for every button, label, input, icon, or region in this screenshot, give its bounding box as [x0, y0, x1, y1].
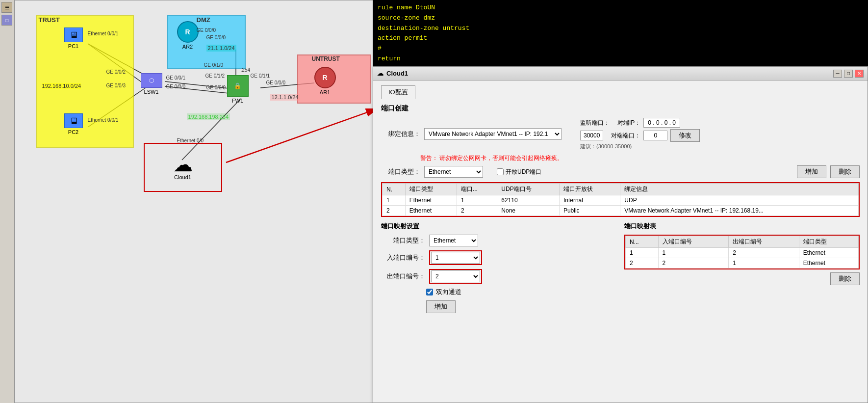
delete-mapping-row: 删除: [624, 272, 860, 285]
trust-zone: [36, 15, 134, 148]
ar1-node[interactable]: R AR1: [314, 67, 336, 95]
out-port-container: 2: [429, 269, 482, 284]
mcol-in: 入端口编号: [658, 236, 729, 248]
sidebar-icon-2[interactable]: □: [1, 15, 12, 26]
mrow2-in: 2: [658, 258, 729, 269]
svg-line-8: [226, 108, 378, 162]
terminal-line-4: action permit: [378, 33, 863, 44]
dmz-label: DMZ: [197, 16, 210, 24]
mapping-settings: 端口映射设置 端口类型： Ethernet 入端口编号：: [381, 222, 616, 313]
cloud1-label: Cloud1: [174, 174, 191, 180]
ge000-label: GE 0/0/0: [166, 84, 185, 89]
mapping-row[interactable]: 1 1 2 Ethernet: [626, 248, 859, 258]
monitor-section: 监听端口： 对端IP： 0 . 0 . 0 . 0 30000 对端端口： 0 …: [580, 118, 700, 150]
minimize-button[interactable]: ─: [833, 70, 842, 78]
ar1-label: AR1: [320, 89, 330, 95]
subnet4-label: 192.168.198.254: [187, 113, 230, 120]
udp-checkbox[interactable]: [497, 168, 504, 175]
delete-port-button[interactable]: 删除: [830, 165, 860, 178]
in-port-container: 1: [429, 250, 482, 265]
dialog-title: ☁ Cloud1: [377, 70, 408, 77]
port-table: N. 端口类型 端口... UDP端口号 端口开放状 绑定信息 1: [382, 183, 859, 216]
row1-udp: 62110: [497, 195, 560, 206]
eth-cloud-label: Ethernet 0/0: [177, 138, 204, 143]
port-type-row: 端口类型： Ethernet 开放UDP端口 增加 删除: [381, 165, 860, 178]
table-row[interactable]: 2 Ethernet 2 None Public VMware Network …: [383, 206, 859, 216]
mrow1-type: Ethernet: [799, 248, 858, 258]
close-button[interactable]: ✕: [855, 70, 864, 78]
ge000c-label: GE 0/0/0: [266, 80, 285, 85]
row2-port: 2: [457, 206, 497, 216]
add-port-button[interactable]: 增加: [797, 165, 826, 178]
mrow2-out: 1: [729, 258, 799, 269]
add-mapping-row: 增加: [426, 300, 616, 313]
subnet3-label: 12.1.1.0/24: [270, 94, 300, 101]
subnet1-label: 192.168.10.0/24: [42, 83, 81, 89]
binding-label: 绑定信息：: [381, 130, 420, 138]
mrow2-type: Ethernet: [799, 258, 858, 269]
col-n: N.: [383, 184, 406, 195]
modify-button[interactable]: 修改: [670, 129, 700, 142]
udp-checkbox-label[interactable]: 开放UDP端口: [497, 168, 541, 176]
peer-ip-value: 0 . 0 . 0 . 0: [643, 118, 680, 128]
mapping-settings-title: 端口映射设置: [381, 222, 616, 231]
table-row[interactable]: 1 Ethernet 1 62110 Internal UDP: [383, 195, 859, 206]
col-status: 端口开放状: [559, 184, 620, 195]
ge000b-label: GE 0/0/0: [206, 85, 226, 90]
mrow2-n: 2: [626, 258, 659, 269]
left-sidebar: ☰ □: [0, 0, 15, 403]
monitor-port-value: 30000: [580, 131, 603, 140]
mapping-row[interactable]: 2 2 1 Ethernet: [626, 258, 859, 269]
row2-binding: VMware Network Adapter VMnet1 -- IP: 192…: [620, 206, 859, 216]
bidirectional-checkbox[interactable]: [426, 289, 433, 296]
port-table-container: N. 端口类型 端口... UDP端口号 端口开放状 绑定信息 1: [381, 182, 860, 217]
ge000d-label: GE 0/0/0: [206, 35, 226, 40]
mapping-table: N... 入端口编号 出端口编号 端口类型 1 1: [625, 236, 859, 269]
col-port: 端口...: [457, 184, 497, 195]
out-port-label: 出端口编号：: [381, 272, 425, 281]
tab-io-config[interactable]: IO配置: [381, 85, 415, 99]
warning-text: 警告：: [420, 155, 438, 161]
ar2-node[interactable]: R AR2: [177, 21, 199, 50]
row1-status: Internal: [559, 195, 620, 206]
peer-port-label: 对端端口：: [611, 132, 640, 140]
tab-bar: IO配置: [381, 85, 860, 99]
lsw1-label: LSW1: [144, 89, 159, 95]
in-port-select[interactable]: 1: [431, 252, 480, 264]
bidirectional-label[interactable]: 双向通道: [426, 288, 616, 296]
mcol-out: 出端口编号: [729, 236, 799, 248]
mapping-type-label: 端口类型：: [381, 236, 425, 245]
restore-button[interactable]: □: [844, 70, 853, 78]
bidirectional-text: 双向通道: [436, 288, 461, 296]
pc2-label: PC2: [68, 129, 78, 135]
mcol-type: 端口类型: [799, 236, 858, 248]
warning-detail: 请勿绑定公网网卡，否则可能会引起网络瘫痪。: [439, 155, 563, 161]
section-port-create: 端口创建: [381, 104, 860, 113]
fw1-label: FW1: [232, 98, 243, 104]
ge012-label: GE 0/1/2: [205, 73, 225, 79]
ip254-label: .254: [241, 67, 250, 73]
out-port-select[interactable]: 2: [431, 270, 480, 282]
mrow1-out: 2: [729, 248, 799, 258]
binding-select[interactable]: VMware Network Adapter VMnet1 -- IP: 192…: [424, 128, 562, 140]
mapping-type-select[interactable]: Ethernet: [429, 235, 478, 246]
lsw1-node[interactable]: ⬡ LSW1: [141, 73, 162, 95]
ar2-label: AR2: [182, 44, 193, 50]
out-port-row: 出端口编号： 2: [381, 269, 616, 284]
add-mapping-button[interactable]: 增加: [426, 300, 456, 313]
mcol-n: N...: [626, 236, 659, 248]
untrust-label: UNTRUST: [312, 55, 340, 62]
sidebar-icon-1[interactable]: ☰: [1, 2, 12, 13]
dialog-controls: ─ □ ✕: [833, 70, 864, 78]
monitor-suggestion: 建议：(30000-35000): [580, 143, 700, 150]
row2-udp: None: [497, 206, 560, 216]
cloud1-container[interactable]: ☁ Cloud1: [144, 143, 222, 192]
udp-checkbox-text: 开放UDP端口: [506, 168, 541, 176]
delete-mapping-button[interactable]: 删除: [830, 272, 860, 285]
pc2-node[interactable]: 🖥 PC2: [64, 113, 83, 135]
port-type-select[interactable]: Ethernet: [424, 166, 483, 178]
row2-n: 2: [383, 206, 406, 216]
pc1-node[interactable]: 🖥 PC1: [64, 27, 83, 49]
row1-binding: UDP: [620, 195, 859, 206]
fw1-node[interactable]: 🔒 FW1: [227, 75, 249, 104]
